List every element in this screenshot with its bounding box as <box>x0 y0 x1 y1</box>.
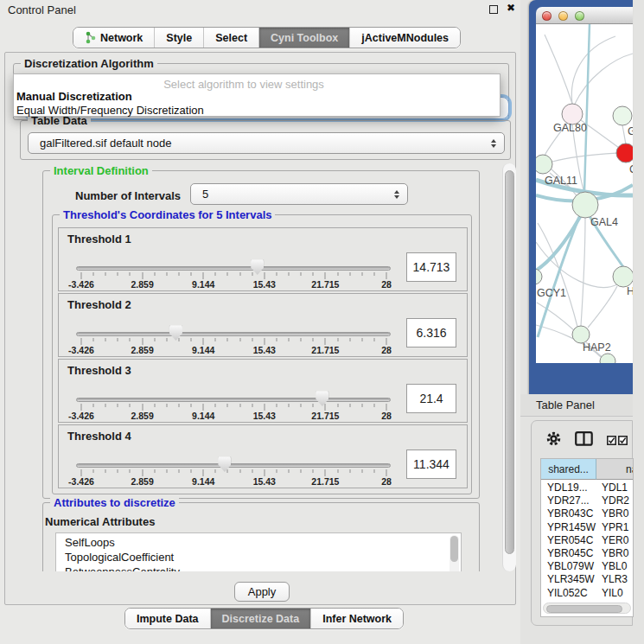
algorithm-option-equal-width[interactable]: Equal Width/Frequency Discretization <box>16 104 204 117</box>
attribute-item[interactable]: BetweennessCentrality <box>65 564 461 571</box>
network-edge[interactable] <box>574 54 633 105</box>
cell-shared-name[interactable]: YBL079W <box>541 560 596 573</box>
cell-shared-name[interactable]: YPR145W <box>541 521 596 534</box>
tab-jactivemnodules[interactable]: jActiveMNodules <box>349 28 460 48</box>
scrollbar-thumb[interactable] <box>505 170 514 554</box>
table-row[interactable]: YDL19...YDL1 <box>541 481 634 494</box>
cell-shared-name[interactable]: YDR27... <box>541 494 596 507</box>
slider-track[interactable] <box>76 463 391 468</box>
network-node[interactable] <box>613 266 633 287</box>
table-row[interactable]: YBR045CYBR0 <box>541 547 634 560</box>
tick-mark <box>276 272 277 276</box>
tick-mark <box>289 338 290 341</box>
attribute-item[interactable]: TopologicalCoefficient <box>65 550 461 564</box>
tab-cyni-toolbox[interactable]: Cyni Toolbox <box>258 28 349 48</box>
table-row[interactable]: YBR043CYBR0 <box>541 507 634 520</box>
attribute-item[interactable]: SelfLoops <box>65 535 461 550</box>
network-node[interactable] <box>600 354 615 363</box>
settings-scroll-viewport: Interval Definition Number of Intervals … <box>8 163 501 571</box>
cell-name[interactable]: YLR3 <box>596 573 634 586</box>
cell-name[interactable]: YIL0 <box>596 587 634 600</box>
slider-track[interactable] <box>76 398 391 402</box>
cell-name[interactable]: YDR2 <box>596 494 634 507</box>
network-edge[interactable] <box>584 24 590 192</box>
column-header-shared-name[interactable]: shared... <box>541 459 596 480</box>
scrollbar-thumb[interactable] <box>546 605 622 613</box>
cell-name[interactable]: YBL0 <box>596 560 634 573</box>
tick-mark <box>264 404 265 411</box>
network-node[interactable] <box>536 155 552 174</box>
network-node-label: GAL80 <box>553 122 587 134</box>
network-edge[interactable] <box>588 286 617 328</box>
table-row[interactable]: YIL052CYIL0 <box>541 587 634 600</box>
cell-name[interactable]: YER0 <box>596 534 634 547</box>
table-data-combobox[interactable]: galFiltered.sif default node <box>28 132 505 154</box>
cell-name[interactable]: YBR0 <box>596 507 634 520</box>
cell-shared-name[interactable]: YLR345W <box>541 573 596 586</box>
network-node[interactable] <box>616 143 633 163</box>
network-view-window[interactable]: GAL80GACGAL11GAL4GCY1HHAP2 <box>529 0 633 395</box>
cell-shared-name[interactable]: YDL19... <box>541 481 596 494</box>
cell-name[interactable]: YBR0 <box>596 547 634 560</box>
tick-mark <box>142 338 143 345</box>
column-header-name[interactable]: na <box>596 459 634 480</box>
threshold-1-value-field[interactable]: 14.713 <box>406 252 456 282</box>
cell-name[interactable]: YDL1 <box>596 481 634 494</box>
tab-style[interactable]: Style <box>154 28 203 48</box>
tick-mark <box>93 469 94 473</box>
number-of-intervals-combobox[interactable]: 5 <box>190 183 408 205</box>
table-row[interactable]: YER054CYER0 <box>541 534 634 547</box>
scrollbar-thumb[interactable] <box>450 536 458 562</box>
slider-track[interactable] <box>76 266 391 271</box>
float-window-icon[interactable] <box>489 5 498 14</box>
network-edge[interactable] <box>571 36 615 104</box>
zoom-traffic-light[interactable] <box>575 11 584 21</box>
threshold-2-value-field[interactable]: 6.316 <box>406 318 456 348</box>
algorithm-option-manual[interactable]: Manual Discretization <box>16 90 132 103</box>
settings-vertical-scrollbar[interactable] <box>502 163 516 571</box>
cell-shared-name[interactable]: YER054C <box>541 534 596 547</box>
close-traffic-light[interactable] <box>542 11 552 21</box>
table-row[interactable]: YBL079WYBL0 <box>541 560 634 573</box>
close-icon[interactable]: ✖ <box>507 2 515 14</box>
numerical-attributes-list[interactable]: SelfLoopsTopologicalCoefficientBetweenne… <box>55 532 462 571</box>
network-node[interactable] <box>536 269 542 284</box>
network-window-titlebar[interactable] <box>536 7 633 24</box>
tick-mark <box>386 469 387 476</box>
checkbox-checked-icon[interactable] <box>607 436 616 445</box>
network-edge[interactable] <box>622 125 626 144</box>
checkbox-checked-icon[interactable] <box>618 436 628 445</box>
tab-discretize-data[interactable]: Discretize Data <box>210 609 311 628</box>
attribute-list-scrollbar[interactable] <box>450 535 459 571</box>
tab-select[interactable]: Select <box>203 28 258 48</box>
tab-impute-data[interactable]: Impute Data <box>125 609 210 628</box>
table-row[interactable]: YLR345WYLR3 <box>541 573 634 586</box>
network-edge[interactable] <box>536 215 581 271</box>
threshold-3-value-field[interactable]: 21.4 <box>406 384 456 413</box>
cell-shared-name[interactable]: YBR043C <box>541 507 596 520</box>
cell-name[interactable]: YPR1 <box>596 521 634 534</box>
tab-network[interactable]: Network <box>73 28 154 48</box>
minimize-traffic-light[interactable] <box>558 11 568 21</box>
settings-gear-icon[interactable] <box>545 430 562 447</box>
network-canvas[interactable]: GAL80GACGAL11GAL4GCY1HHAP2 <box>536 24 633 363</box>
split-columns-icon[interactable] <box>575 431 593 446</box>
number-of-intervals-label: Number of Intervals <box>75 189 181 202</box>
cell-shared-name[interactable]: YIL052C <box>541 587 596 600</box>
cell-shared-name[interactable]: YBR045C <box>541 547 596 560</box>
threshold-4-value-field[interactable]: 11.344 <box>406 450 456 479</box>
thresholds-group-label: Threshold's Coordinates for 5 Intervals <box>60 208 275 221</box>
network-node-label: GA <box>628 125 633 137</box>
network-node[interactable] <box>572 192 598 218</box>
network-node[interactable] <box>572 326 590 343</box>
network-node[interactable] <box>613 106 632 125</box>
network-edge[interactable] <box>545 35 572 104</box>
table-row[interactable]: YPR145WYPR1 <box>541 521 634 534</box>
table-row[interactable]: YDR27...YDR2 <box>541 494 634 507</box>
tab-infer-network[interactable]: Infer Network <box>310 609 403 628</box>
network-edge[interactable] <box>581 218 585 326</box>
table-horizontal-scrollbar[interactable] <box>543 603 631 614</box>
network-edge[interactable] <box>536 242 617 287</box>
apply-button[interactable]: Apply <box>234 582 290 602</box>
slider-track[interactable] <box>76 332 391 336</box>
